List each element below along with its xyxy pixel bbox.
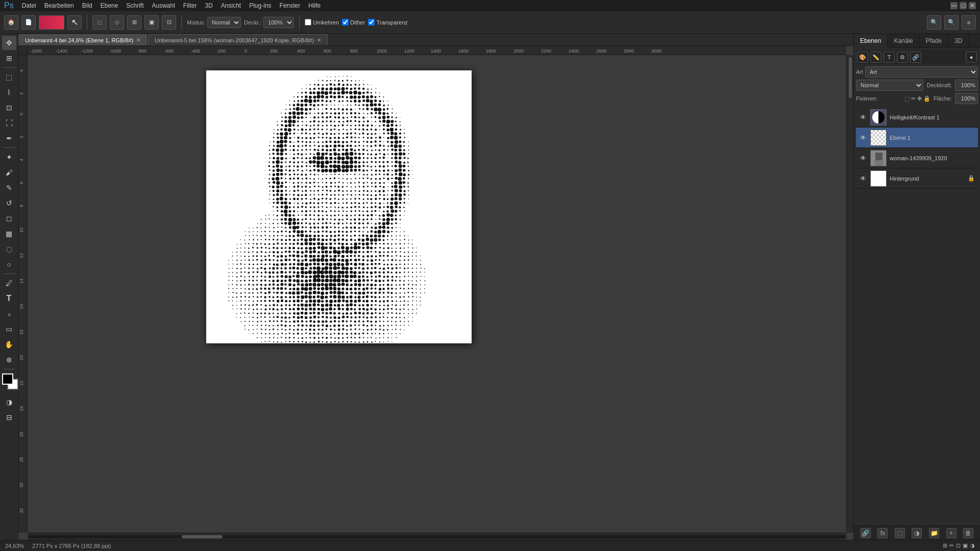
tool-4[interactable]: ▣ — [144, 15, 159, 30]
menu-fenster[interactable]: Fenster — [280, 2, 301, 9]
tool-5[interactable]: ⊡ — [162, 15, 176, 30]
layer-filter-btn-6[interactable]: ● — [966, 52, 977, 63]
layer-item-woman[interactable]: 👁 woman-1439909_1920 — [856, 148, 978, 168]
link-layers-btn[interactable]: 🔗 — [861, 528, 871, 538]
menu-plugins[interactable]: Plug-ins — [249, 2, 271, 9]
maximize-button[interactable]: □ — [960, 2, 967, 9]
panel-tab-pfade[interactable]: Pfade — [920, 34, 948, 48]
layer-eye-3[interactable]: 👁 — [859, 154, 867, 162]
h-scrollbar[interactable] — [28, 533, 846, 540]
status-icon-2[interactable]: ✏ — [949, 542, 954, 549]
layer-style-btn[interactable]: fx — [877, 528, 888, 538]
lock-icon-1[interactable]: ⬚ — [904, 95, 910, 102]
menu-bild[interactable]: Bild — [82, 2, 92, 9]
gradient-tool[interactable]: ▦ — [2, 227, 16, 241]
quick-mask-tool[interactable]: ◑ — [2, 395, 16, 409]
new-layer-btn[interactable]: + — [946, 528, 957, 538]
blur-tool[interactable]: ◌ — [2, 242, 16, 256]
lock-icon-2[interactable]: ✏ — [911, 95, 916, 102]
home-button[interactable]: 🏠 — [4, 15, 18, 30]
object-select-tool[interactable]: ⊡ — [2, 101, 16, 115]
modus-select[interactable]: Normal — [207, 17, 241, 28]
layer-eye-2[interactable]: 👁 — [859, 134, 867, 142]
layer-eye-4[interactable]: 👁 — [859, 174, 867, 183]
eraser-tool[interactable]: ◻ — [2, 211, 16, 226]
dither-checkbox[interactable] — [342, 19, 349, 26]
status-icon-5[interactable]: ◑ — [970, 542, 975, 549]
panel-tab-ebenen[interactable]: Ebenen — [854, 34, 888, 48]
marquee-tool[interactable]: ⬚ — [2, 70, 16, 84]
lock-icon-3[interactable]: ✥ — [917, 95, 922, 102]
menu-auswahl[interactable]: Auswahl — [152, 2, 175, 9]
menu-ebene[interactable]: Ebene — [101, 2, 118, 9]
screen-mode-tool[interactable]: ⊟ — [2, 410, 16, 424]
tool-1[interactable]: □ — [92, 15, 107, 30]
hand-tool[interactable]: ✋ — [2, 337, 16, 352]
search-button[interactable]: 🔍 — [927, 15, 941, 30]
transparenz-checkbox[interactable] — [368, 19, 375, 26]
artboard-tool[interactable]: ⊞ — [2, 51, 16, 65]
shape-tool[interactable]: ▭ — [2, 322, 16, 336]
scrollbar-thumb-v[interactable] — [849, 57, 852, 98]
panel-search-button[interactable]: 🔍 — [944, 15, 959, 30]
layer-item-background[interactable]: 👁 Hintergrund 🔒 — [856, 168, 978, 189]
menu-ansicht[interactable]: Ansicht — [221, 2, 241, 9]
foreground-color-swatch[interactable] — [2, 373, 13, 385]
dodge-tool[interactable]: ○ — [2, 257, 16, 271]
layer-filter-btn-1[interactable]: 🎨 — [857, 52, 868, 63]
layer-filter-btn-3[interactable]: T — [884, 52, 895, 63]
deckkraft-input[interactable] — [955, 80, 978, 91]
status-icon-4[interactable]: ▣ — [963, 542, 968, 549]
healing-brush-tool[interactable]: ✦ — [2, 150, 16, 164]
brush-tool[interactable]: 🖌 — [2, 165, 16, 180]
document-button[interactable]: 📄 — [21, 15, 36, 30]
menu-hilfe[interactable]: Hilfe — [308, 2, 321, 9]
eyedropper-tool[interactable]: ✒ — [2, 131, 16, 145]
history-brush-tool[interactable]: ↺ — [2, 196, 16, 210]
menu-filter[interactable]: Filter — [183, 2, 197, 9]
layer-item-adjustment[interactable]: 👁 Helligkeit/Kontrast 1 — [856, 107, 978, 128]
pen-tool[interactable]: 🖊 — [2, 276, 16, 290]
tab-1-close[interactable]: ✕ — [136, 37, 140, 43]
minimize-button[interactable]: — — [950, 2, 958, 9]
tool-3[interactable]: ⊞ — [127, 15, 141, 30]
menu-3d[interactable]: 3D — [205, 2, 213, 9]
tool-2[interactable]: ◇ — [110, 15, 124, 30]
text-tool[interactable]: T — [2, 291, 16, 306]
fläche-input[interactable] — [955, 93, 978, 104]
panel-tab-kanäle[interactable]: Kanäle — [888, 34, 919, 48]
adjustment-btn[interactable]: ◑ — [912, 528, 922, 538]
menu-bearbeiten[interactable]: Bearbeiten — [44, 2, 74, 9]
document-workspace[interactable] — [28, 55, 853, 540]
tab-2-close[interactable]: ✕ — [317, 37, 321, 43]
umkehren-checkbox[interactable] — [305, 19, 311, 26]
app-icon[interactable]: Ps — [4, 1, 14, 10]
tab-1[interactable]: Unbenannt-4 bei 24,6% (Ebene 1, RGB/8#) … — [18, 34, 147, 45]
status-icon-3[interactable]: ⊡ — [956, 542, 961, 549]
tab-2[interactable]: Unbenannt-5 bei 158% (woman-2003647_1920… — [148, 34, 328, 45]
panel-tab-3d[interactable]: 3D — [948, 34, 969, 48]
group-btn[interactable]: 📁 — [929, 528, 939, 538]
clone-stamp-tool[interactable]: ✎ — [2, 181, 16, 195]
panel-toggle-button[interactable]: ≡ — [962, 15, 976, 30]
gradient-swatch[interactable] — [39, 15, 64, 30]
blend-mode-select[interactable]: Normal — [856, 80, 923, 91]
lasso-tool[interactable]: ⌇ — [2, 85, 16, 99]
layer-filter-btn-4[interactable]: ⚙ — [897, 52, 908, 63]
v-scrollbar[interactable] — [846, 55, 853, 533]
mask-btn[interactable]: ⬚ — [895, 528, 905, 538]
layer-filter-btn-2[interactable]: ✏️ — [870, 52, 881, 63]
scrollbar-thumb-h[interactable] — [182, 535, 223, 538]
menu-datei[interactable]: Datei — [22, 2, 36, 9]
layer-filter-btn-5[interactable]: 🔗 — [910, 52, 921, 63]
move-tool[interactable]: ✥ — [2, 36, 16, 50]
lock-icon-4[interactable]: 🔒 — [923, 95, 930, 102]
filter-select[interactable]: Art — [865, 66, 978, 78]
layer-item-1[interactable]: 👁 Ebene 1 — [856, 128, 978, 148]
status-icon-1[interactable]: ⊞ — [943, 542, 947, 549]
crop-tool[interactable]: ⛶ — [2, 116, 16, 130]
zoom-tool[interactable]: ⊕ — [2, 353, 16, 367]
delete-layer-btn[interactable]: 🗑 — [963, 528, 973, 538]
close-button[interactable]: ✕ — [969, 2, 976, 9]
layer-eye-1[interactable]: 👁 — [859, 113, 867, 121]
